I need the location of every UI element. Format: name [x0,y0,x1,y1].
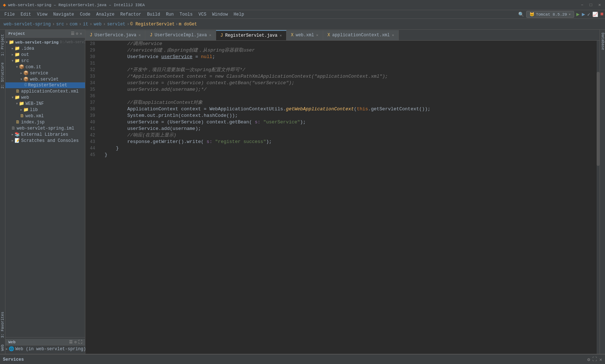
right-tab-database[interactable]: Database [600,30,605,53]
web-settings-icon[interactable]: ⚙ [74,340,77,344]
breadcrumb-com[interactable]: com [70,22,78,27]
tab-close-icon[interactable]: ✕ [316,33,318,37]
left-tab-project[interactable]: 1: Project [0,31,5,59]
expand-icon: ▾ [16,101,18,106]
breadcrumb-it[interactable]: it [83,22,88,27]
project-sort-icon[interactable]: ☰ [71,31,74,36]
tree-label: index.jsp [21,120,45,125]
tab-appcontext[interactable]: X applicationContext.xml ✕ [323,30,399,40]
project-name-title: web-servlet-spring – RegisterServlet.jav… [8,3,145,7]
left-tab-web[interactable]: Web [0,341,5,354]
tree-item-iml[interactable]: 🗎 web-servlet-spring.iml [5,125,85,131]
maximize-button[interactable]: □ [588,3,593,8]
tab-userservice[interactable]: J UserService.java ✕ [85,30,145,40]
coverage-icon[interactable]: ✓ [587,12,590,17]
folder-icon: 📁 [15,46,20,51]
tree-item-webinf[interactable]: ▾ 📁 WEB-INF [5,101,85,107]
tree-item-web[interactable]: ▾ 📁 web [5,94,85,101]
tab-close-icon[interactable]: ✕ [280,33,282,38]
minimize-button[interactable]: – [580,3,585,8]
debug-icon[interactable]: ▶ [582,11,585,18]
tree-item-src[interactable]: ▾ 📁 src [5,58,85,64]
dropdown-arrow-icon: ▾ [568,12,571,17]
breadcrumb-project[interactable]: web-servlet-spring [4,22,51,27]
project-settings-icon[interactable]: ⚙ [76,31,78,36]
code-editor[interactable]: 28 //调用service 29 //service创建，由spring创建，… [85,41,600,354]
menu-item-edit[interactable]: Edit [18,11,34,18]
code-line-35: 35 userService.add(username);*/ [85,86,600,93]
lib-icon: 📚 [15,132,20,137]
run-config-selector[interactable]: 🐱 Tomcat 8.5.29 ▾ [526,11,574,18]
menu-item-view[interactable]: View [34,11,50,18]
tree-item-registerservlet[interactable]: © RegisterServlet [5,82,85,88]
breadcrumb-servlet[interactable]: servlet [107,22,125,27]
tab-close-icon[interactable]: ✕ [209,33,211,37]
web-sort-icon[interactable]: ☰ [69,340,73,344]
breadcrumb-web[interactable]: web [94,22,102,27]
tab-userserviceimpl[interactable]: J UserServiceImpl.java ✕ [145,30,216,40]
web-panel-title: Web [8,340,16,344]
breadcrumb-src[interactable]: src [56,22,64,27]
tab-webxml[interactable]: X web.xml ✕ [287,30,323,40]
tab-close-icon[interactable]: ✕ [392,33,394,37]
menu-item-navigate[interactable]: Navigate [50,11,77,18]
menu-item-refactor[interactable]: Refactor [117,11,144,18]
java-icon: J [220,33,223,38]
code-line-44: 44 } [85,145,600,152]
breadcrumb-method[interactable]: m doGet [179,22,197,27]
menu-item-vcs[interactable]: VCS [196,11,210,18]
tab-registerservlet[interactable]: J RegisterServlet.java ✕ [216,30,287,40]
expand-icon: ▸ [11,138,14,143]
code-line-30: 30 UserService userService = null; [85,54,600,60]
stop-icon[interactable]: ■ [600,11,604,17]
tree-label: web.xml [25,114,44,119]
expand-icon: ▾ [5,40,8,45]
tree-item-lib[interactable]: ▸ 📁 lib [5,107,85,113]
run-build-icon[interactable]: ▶ [576,11,580,18]
close-button[interactable]: ✕ [597,3,602,8]
tree-item-webxml[interactable]: 🗎 web.xml [5,113,85,119]
tree-item-external-libs[interactable]: ▸ 📚 External Libraries [5,131,85,138]
services-close-icon[interactable]: ✕ [599,357,602,363]
tree-item-out[interactable]: ▸ 📁 out [5,52,85,58]
breadcrumb-class[interactable]: © RegisterServlet [130,22,175,27]
tree-item-comit[interactable]: ▾ 📦 com.it [5,64,85,70]
menu-item-window[interactable]: Window [209,11,231,18]
services-expand-icon[interactable]: ⛶ [592,357,597,363]
tree-item-web-app[interactable]: ▸ 🌐 Web (in web-servlet-spring) [5,345,85,352]
web-expand-icon[interactable]: ⛶ [78,340,82,344]
menu-item-file[interactable]: File [1,11,18,18]
tree-item-label: web-servlet-spring [15,40,58,45]
left-tab-favorites[interactable]: 3: Favorites [0,309,5,341]
window-controls: – □ ✕ [580,3,602,8]
menu-item-analyze[interactable]: Analyze [93,11,117,18]
tree-item-webservlet[interactable]: ▾ 📦 web.servlet [5,76,85,82]
expand-icon: ▸ [20,107,23,113]
editor-tabs-bar: J UserService.java ✕ J UserServiceImpl.j… [85,30,600,41]
project-close-icon[interactable]: ✕ [80,31,82,36]
tree-item-scratches[interactable]: ▸ 📝 Scratches and Consoles [5,138,85,144]
menu-item-build[interactable]: Build [144,11,163,18]
menu-item-run[interactable]: Run [163,11,177,18]
project-tree: ▾ 📁 web-servlet-spring D:/web-servle ▸ 📁… [5,38,85,337]
tab-close-icon[interactable]: ✕ [138,33,141,37]
profile-icon[interactable]: 📈 [592,12,598,17]
tree-item-service[interactable]: ▸ 📦 service [5,70,85,76]
menu-item-help[interactable]: Help [231,11,247,18]
tree-item-appcontext[interactable]: 🗎 applicationContext.xml [5,88,85,94]
folder-icon: 📁 [15,58,20,64]
tree-item-idea[interactable]: ▸ 📁 .idea [5,45,85,52]
project-panel-header: Project ☰ ⚙ ✕ [5,30,85,38]
tree-item-project[interactable]: ▾ 📁 web-servlet-spring D:/web-servle [5,39,85,45]
iml-icon: 🗎 [11,126,16,131]
tree-item-indexjsp[interactable]: 🗎 index.jsp [5,119,85,125]
left-tab-structure[interactable]: 2: Structure [0,60,5,91]
services-settings-icon[interactable]: ⚙ [587,357,590,363]
menu-item-code[interactable]: Code [77,11,93,18]
menu-item-tools[interactable]: Tools [177,11,196,18]
search-everywhere-icon[interactable]: 🔍 [518,12,524,17]
tree-label: web-servlet-spring.iml [17,126,74,131]
tree-item-path: D:/web-servle [60,40,85,44]
xml-icon: 🗎 [16,89,20,94]
tab-label: RegisterServlet.java [225,33,277,38]
